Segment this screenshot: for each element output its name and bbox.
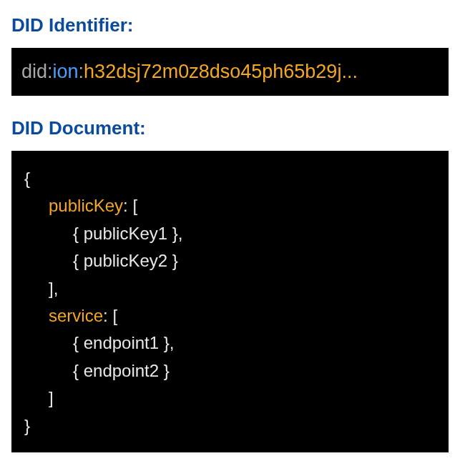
brace-open: {	[24, 165, 436, 192]
array-open: [	[112, 306, 117, 325]
did-document-code: { publicKey: [ { publicKey1 }, { publicK…	[11, 151, 449, 452]
array-close: ]	[24, 385, 436, 412]
publickey-item-1: { publicKey1 },	[24, 220, 436, 247]
did-document-heading: DID Document:	[11, 117, 449, 139]
did-sep1: :	[47, 61, 53, 82]
did-method: ion	[53, 61, 79, 82]
publickey-item-2: { publicKey2 }	[24, 247, 436, 274]
did-scheme: did	[21, 61, 47, 82]
key-sep: :	[103, 306, 112, 325]
service-item-1: { endpoint1 },	[24, 329, 436, 357]
array-close-comma: ],	[24, 275, 436, 302]
brace-close: }	[24, 412, 436, 440]
key-sep: :	[123, 196, 132, 215]
service-item-2: { endpoint2 }	[24, 357, 436, 385]
did-id: h32dsj72m0z8dso45ph65b29j...	[84, 61, 358, 82]
did-sep2: :	[79, 61, 84, 82]
array-open: [	[132, 196, 137, 215]
did-identifier-code: did:ion:h32dsj72m0z8dso45ph65b29j...	[11, 48, 449, 96]
publickey-key: publicKey	[49, 196, 123, 215]
service-key: service	[49, 306, 103, 325]
did-identifier-heading: DID Identifier:	[11, 14, 449, 36]
